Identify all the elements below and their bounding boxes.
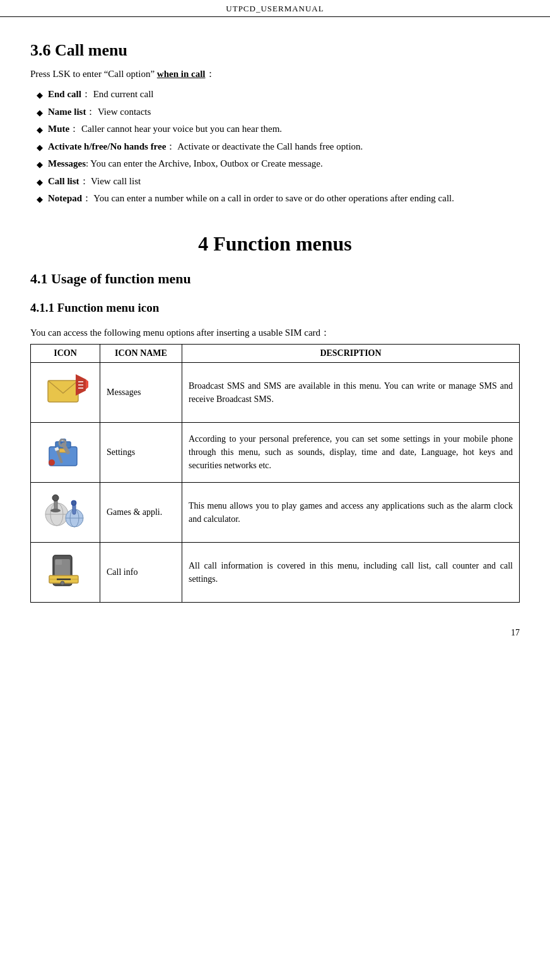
messages-icon: [43, 368, 88, 413]
list-item: ◆ Call list： View call list: [37, 174, 520, 190]
section36-bullet-list: ◆ End call： End current call ◆ Name list…: [37, 86, 520, 207]
svg-point-19: [52, 495, 59, 501]
settings-name: Settings: [100, 422, 182, 482]
section41-title: 4.1 Usage of function menu: [30, 271, 520, 287]
messages-desc: Broadcast SMS and SMS are available in t…: [182, 362, 520, 422]
page-number: 17: [0, 622, 550, 638]
table-row: Settings According to your personal pref…: [31, 422, 520, 482]
games-desc: This menu allows you to play games and a…: [182, 482, 520, 542]
col-icon: ICON: [31, 344, 100, 362]
bullet-diamond: ◆: [37, 175, 43, 189]
games-icon-cell: [31, 482, 100, 542]
section4-title: 4 Function menus: [30, 232, 520, 256]
section36-title: 3.6 Call menu: [30, 41, 520, 60]
bullet-diamond: ◆: [37, 88, 43, 102]
table-header-row: ICON ICON NAME DESCRIPTION: [31, 344, 520, 362]
games-name: Games & appli.: [100, 482, 182, 542]
list-item: ◆ Mute： Caller cannot hear your voice bu…: [37, 121, 520, 138]
bullet-diamond: ◆: [37, 192, 43, 206]
bullet-diamond: ◆: [37, 106, 43, 120]
list-item: ◆ Notepad： You can enter a number while …: [37, 191, 520, 207]
callinfo-icon-cell: [31, 542, 100, 602]
list-item: ◆ Activate h/free/No hands free： Activat…: [37, 139, 520, 155]
settings-icon-cell: [31, 422, 100, 482]
icon-table: ICON ICON NAME DESCRIPTION: [30, 344, 520, 603]
col-icon-name: ICON NAME: [100, 344, 182, 362]
callinfo-name: Call info: [100, 542, 182, 602]
settings-desc: According to your personal preference, y…: [182, 422, 520, 482]
bullet-diamond: ◆: [37, 141, 43, 155]
list-item: ◆ End call： End current call: [37, 86, 520, 103]
callinfo-icon: [43, 548, 88, 593]
svg-rect-28: [56, 560, 62, 565]
bullet-diamond: ◆: [37, 123, 43, 137]
section36-intro: Press LSK to enter “Call option” when in…: [30, 66, 520, 81]
list-item: ◆ Name list： View contacts: [37, 104, 520, 121]
svg-point-20: [50, 509, 61, 512]
table-row: Call info All call information is covere…: [31, 542, 520, 602]
section411-title: 4.1.1 Function menu icon: [30, 301, 520, 315]
messages-icon-cell: [31, 362, 100, 422]
svg-point-25: [71, 500, 76, 505]
svg-point-12: [49, 459, 55, 466]
callinfo-desc: All call information is covered in this …: [182, 542, 520, 602]
games-icon: [43, 488, 88, 533]
table-row: Games & appli. This menu allows you to p…: [31, 482, 520, 542]
messages-name: Messages: [100, 362, 182, 422]
settings-icon: [43, 428, 88, 473]
svg-point-32: [61, 581, 64, 585]
bullet-diamond: ◆: [37, 158, 43, 172]
page-header: UTPCD_USERMANUAL: [0, 0, 550, 17]
table-intro: You can access the following menu option…: [30, 325, 520, 340]
col-description: DESCRIPTION: [182, 344, 520, 362]
table-row: Messages Broadcast SMS and SMS are avail…: [31, 362, 520, 422]
list-item: ◆ Messages: You can enter the Archive, I…: [37, 156, 520, 172]
svg-marker-2: [86, 379, 88, 389]
